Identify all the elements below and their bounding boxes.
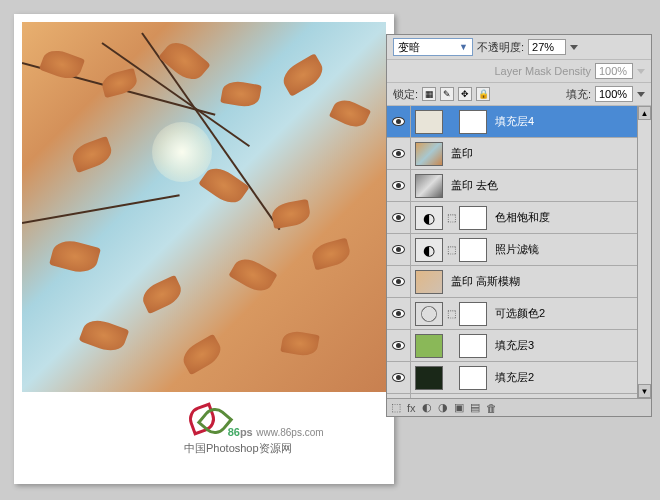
mask-thumb[interactable] — [459, 302, 487, 326]
trash-icon[interactable]: 🗑 — [486, 402, 497, 414]
layer-name[interactable]: 照片滤镜 — [491, 242, 539, 257]
canvas-image[interactable] — [22, 22, 386, 392]
link-icon: ⬚ — [446, 244, 456, 255]
eye-icon — [392, 181, 405, 190]
eye-icon — [392, 245, 405, 254]
chevron-down-icon: ▼ — [459, 42, 468, 52]
layer-row[interactable]: 盖印 去色 — [387, 170, 637, 202]
lock-transparency-icon[interactable]: ▦ — [422, 87, 436, 101]
layer-row[interactable]: 盖印 高斯模糊 — [387, 266, 637, 298]
new-layer-icon[interactable]: ▤ — [470, 401, 480, 414]
fill-flyout-icon[interactable] — [637, 92, 645, 97]
layer-row[interactable]: 填充层3 — [387, 330, 637, 362]
visibility-toggle[interactable] — [387, 234, 411, 266]
eye-icon — [392, 213, 405, 222]
layer-thumb[interactable] — [415, 174, 443, 198]
layer-row[interactable]: ⬚可选颜色2 — [387, 298, 637, 330]
eye-icon — [392, 309, 405, 318]
opacity-label: 不透明度: — [477, 40, 524, 55]
blend-mode-select[interactable]: 变暗▼ — [393, 38, 473, 56]
eye-icon — [392, 373, 405, 382]
layer-thumb[interactable] — [415, 366, 443, 390]
lock-pixels-icon[interactable]: ✎ — [440, 87, 454, 101]
visibility-toggle[interactable] — [387, 330, 411, 362]
fill-label: 填充: — [566, 87, 591, 102]
layer-row[interactable]: 盖印 — [387, 138, 637, 170]
layer-thumb[interactable] — [415, 270, 443, 294]
layer-name[interactable]: 填充层4 — [491, 114, 534, 129]
layer-thumb[interactable]: ◐ — [415, 238, 443, 262]
lock-row: 锁定: ▦ ✎ ✥ 🔒 填充: 100% — [387, 83, 651, 106]
panel-bottom-bar: ⬚ fx ◐ ◑ ▣ ▤ 🗑 — [387, 398, 651, 416]
eye-icon — [392, 117, 405, 126]
mask-thumb[interactable] — [459, 206, 487, 230]
eye-icon — [392, 341, 405, 350]
visibility-toggle[interactable] — [387, 170, 411, 202]
eye-icon — [392, 277, 405, 286]
lock-position-icon[interactable]: ✥ — [458, 87, 472, 101]
layer-thumb[interactable] — [415, 334, 443, 358]
visibility-toggle[interactable] — [387, 298, 411, 330]
layer-row[interactable]: 填充层4 — [387, 106, 637, 138]
layers-panel: 变暗▼ 不透明度: 27% Layer Mask Density 100% 锁定… — [386, 34, 652, 417]
mask-thumb[interactable] — [459, 110, 487, 134]
mask-icon[interactable]: ◐ — [422, 401, 432, 414]
mask-density-label: Layer Mask Density — [494, 65, 591, 77]
scroll-up-icon[interactable]: ▲ — [638, 106, 651, 120]
mask-thumb[interactable] — [459, 238, 487, 262]
mask-flyout-icon — [637, 69, 645, 74]
blend-row: 变暗▼ 不透明度: 27% — [387, 35, 651, 60]
opacity-flyout-icon[interactable] — [570, 45, 578, 50]
adjustment-icon[interactable]: ◑ — [438, 401, 448, 414]
visibility-toggle[interactable] — [387, 362, 411, 394]
fill-input[interactable]: 100% — [595, 86, 633, 102]
eye-icon — [392, 149, 405, 158]
layer-name[interactable]: 填充层2 — [491, 370, 534, 385]
link-icon: ⬚ — [446, 212, 456, 223]
visibility-toggle[interactable] — [387, 106, 411, 138]
layer-name[interactable]: 色相饱和度 — [491, 210, 550, 225]
layers-list: 填充层4盖印盖印 去色◐⬚色相饱和度◐⬚照片滤镜盖印 高斯模糊⬚可选颜色2填充层… — [387, 106, 637, 416]
mask-thumb[interactable] — [459, 366, 487, 390]
lock-label: 锁定: — [393, 87, 418, 102]
document-window: 86ps www.86ps.com 中国Photoshop资源网 — [14, 14, 394, 484]
visibility-toggle[interactable] — [387, 202, 411, 234]
scrollbar[interactable]: ▲ ▼ — [637, 106, 651, 398]
layer-thumb[interactable]: ◐ — [415, 206, 443, 230]
layer-thumb[interactable] — [415, 110, 443, 134]
layer-row[interactable]: ◐⬚照片滤镜 — [387, 234, 637, 266]
link-layers-icon[interactable]: ⬚ — [391, 401, 401, 414]
mask-density-row: Layer Mask Density 100% — [387, 60, 651, 83]
lock-all-icon[interactable]: 🔒 — [476, 87, 490, 101]
layer-row[interactable]: 填充层2 — [387, 362, 637, 394]
opacity-input[interactable]: 27% — [528, 39, 566, 55]
fx-icon[interactable]: fx — [407, 402, 416, 414]
layer-thumb[interactable] — [415, 142, 443, 166]
mask-density-input: 100% — [595, 63, 633, 79]
watermark: 86ps www.86ps.com 中国Photoshop资源网 — [184, 406, 324, 456]
visibility-toggle[interactable] — [387, 138, 411, 170]
logo-icon — [184, 406, 224, 436]
layer-name[interactable]: 可选颜色2 — [491, 306, 545, 321]
visibility-toggle[interactable] — [387, 266, 411, 298]
mask-thumb[interactable] — [459, 334, 487, 358]
scroll-down-icon[interactable]: ▼ — [638, 384, 651, 398]
folder-icon[interactable]: ▣ — [454, 401, 464, 414]
layer-name[interactable]: 盖印 高斯模糊 — [447, 274, 520, 289]
layer-name[interactable]: 盖印 — [447, 146, 473, 161]
layer-name[interactable]: 盖印 去色 — [447, 178, 498, 193]
layer-row[interactable]: ◐⬚色相饱和度 — [387, 202, 637, 234]
layer-name[interactable]: 填充层3 — [491, 338, 534, 353]
layer-thumb[interactable] — [415, 302, 443, 326]
link-icon: ⬚ — [446, 308, 456, 319]
